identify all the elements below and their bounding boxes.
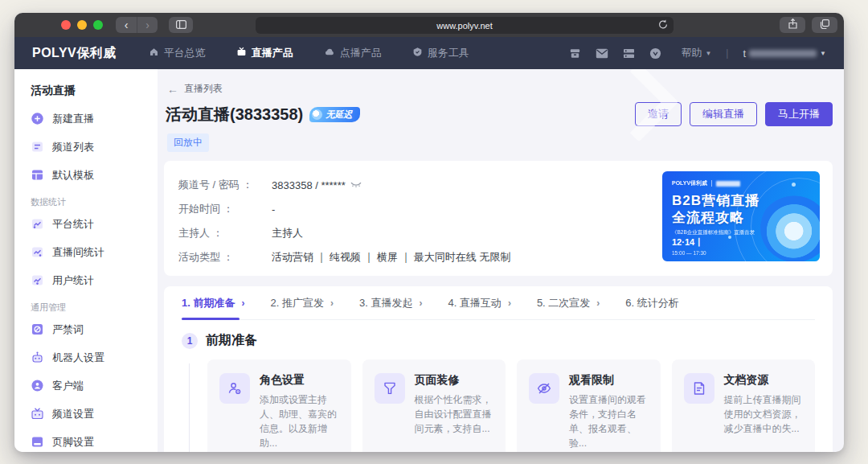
- share-button[interactable]: [780, 17, 805, 33]
- sidebar-item-robot-settings[interactable]: 机器人设置: [31, 343, 158, 372]
- sidebar-item-banned-words[interactable]: 严禁词: [31, 315, 158, 343]
- client-icon: [31, 379, 44, 392]
- banned-words-icon: [31, 322, 44, 336]
- no-delay-badge: 无延迟: [309, 107, 360, 122]
- nav-live-products[interactable]: 直播产品: [236, 46, 293, 60]
- sidebar: 活动直播 新建直播 频道列表 默认模板 数据统计 平台统计 直播间统计: [14, 69, 158, 452]
- promo-banner[interactable]: POLYV保利威 B2B营销直播 全流程攻略 《B2B企业直播标准指南》直播首发…: [662, 171, 820, 261]
- step-tab-interaction[interactable]: 4. 直播互动›: [448, 286, 510, 319]
- banner-logo-divider: [711, 180, 712, 187]
- chevron-right-icon: ›: [596, 298, 600, 309]
- close-window-button[interactable]: [61, 20, 71, 30]
- step-tab-promotion[interactable]: 2. 推广宣发›: [270, 286, 333, 319]
- footer-settings-icon: [31, 435, 44, 449]
- tab-overview-button[interactable]: [812, 17, 837, 33]
- polyv-logo[interactable]: POLYV保利威: [32, 45, 117, 62]
- sidebar-item-channel-list[interactable]: 频道列表: [31, 133, 158, 161]
- sidebar-item-channel-settings[interactable]: 频道设置: [31, 400, 158, 428]
- card-document-resource[interactable]: 文档资源 提前上传直播期间使用的文档资源，减少直播中的失...: [672, 359, 816, 452]
- back-arrow-icon[interactable]: ←: [167, 83, 178, 96]
- nav-platform-overview[interactable]: 平台总览: [149, 46, 206, 60]
- help-menu[interactable]: 帮助 ▼: [681, 46, 711, 60]
- browser-sidebar-toggle-button[interactable]: [169, 17, 193, 33]
- account-menu[interactable]: t ▼: [743, 47, 826, 60]
- console-list-icon[interactable]: [623, 48, 635, 59]
- channel-info-card: 频道号 / 密码 ： 3833358 / ****** 开始时间 ： - 主持人…: [164, 161, 833, 276]
- room-stats-icon: [31, 245, 44, 259]
- edit-live-button[interactable]: 编辑直播: [690, 102, 757, 126]
- show-password-eye-icon[interactable]: [350, 182, 362, 188]
- workflow-card: 1. 前期准备› 2. 推广宣发› 3. 直播发起› 4. 直播互动› 5. 二…: [164, 286, 833, 452]
- banner-partner-logo: [716, 181, 740, 187]
- start-time-value: -: [272, 203, 275, 216]
- nav-service-tools[interactable]: 服务工具: [412, 46, 469, 60]
- activity-type-label: 活动类型 ：: [178, 250, 272, 265]
- card-page-decoration[interactable]: 页面装修 根据个性化需求，自由设计配置直播间元素，支持自...: [362, 359, 506, 452]
- chevron-right-icon: ›: [241, 298, 244, 309]
- step-tab-preparation[interactable]: 1. 前期准备›: [182, 286, 244, 319]
- card-watch-restriction[interactable]: 观看限制 设置直播间的观看条件，支持白名单、报名观看、验...: [517, 359, 661, 452]
- url-text: www.polyv.net: [436, 21, 493, 31]
- divider: |: [726, 47, 728, 59]
- address-bar[interactable]: www.polyv.net: [256, 17, 674, 34]
- section-title: 前期准备: [206, 332, 257, 349]
- chevron-down-icon: ▼: [705, 50, 711, 57]
- channel-settings-icon: [31, 407, 44, 421]
- workflow-steps: 1. 前期准备› 2. 推广宣发› 3. 直播发起› 4. 直播互动› 5. 二…: [182, 286, 815, 320]
- sidebar-item-footer-settings[interactable]: 页脚设置: [31, 428, 158, 452]
- start-time-label: 开始时间 ：: [178, 202, 272, 216]
- default-template-icon: [31, 168, 44, 182]
- nav-vod-products[interactable]: 点播产品: [324, 46, 382, 60]
- step-tab-analysis[interactable]: 6. 统计分析: [625, 286, 678, 319]
- sidebar-item-platform-stats[interactable]: 平台统计: [31, 210, 158, 238]
- resource-box-icon[interactable]: [569, 47, 581, 60]
- fullscreen-window-button[interactable]: [93, 20, 103, 30]
- watch-restriction-icon: [529, 373, 559, 404]
- start-live-button[interactable]: 马上开播: [765, 102, 833, 126]
- tabs-icon: [820, 19, 829, 31]
- share-icon: [788, 18, 797, 31]
- browser-forward-button[interactable]: ›: [137, 17, 158, 33]
- section-number-badge: 1: [182, 333, 198, 349]
- mail-icon[interactable]: [596, 48, 608, 59]
- step-tab-re-promotion[interactable]: 5. 二次宣发›: [537, 286, 600, 319]
- host-label: 主持人 ：: [178, 226, 272, 240]
- user-stats-icon: [31, 273, 44, 287]
- sidebar-title: 活动直播: [31, 84, 158, 98]
- step-tab-launch[interactable]: 3. 直播发起›: [359, 286, 422, 319]
- sidebar-panel-icon: [176, 19, 186, 31]
- window-controls: [61, 20, 103, 30]
- banner-time: 15:00 — 17:30: [672, 250, 706, 256]
- live-tv-icon: [236, 47, 247, 60]
- chevron-right-icon: ›: [419, 298, 422, 309]
- channel-list-icon: [31, 140, 44, 154]
- home-icon: [149, 47, 159, 60]
- invite-button[interactable]: 邀请: [635, 102, 682, 126]
- breadcrumb: ← 直播列表: [167, 82, 833, 96]
- sidebar-group-stats: 数据统计: [31, 196, 158, 208]
- sidebar-item-new-live[interactable]: 新建直播: [31, 105, 158, 133]
- browser-back-button[interactable]: ‹: [116, 17, 137, 33]
- activity-type-value: 活动营销 ｜ 纯视频 ｜ 横屏 ｜ 最大同时在线 无限制: [272, 250, 510, 265]
- service-tools-icon: [412, 47, 423, 60]
- security-badge-icon[interactable]: [649, 47, 661, 60]
- reload-icon[interactable]: [658, 19, 668, 31]
- sidebar-group-manage: 通用管理: [31, 302, 158, 314]
- platform-stats-icon: [31, 217, 44, 231]
- breadcrumb-live-list[interactable]: 直播列表: [184, 82, 223, 96]
- blurred-username: [749, 50, 817, 57]
- chevron-right-icon: ›: [508, 298, 511, 309]
- sidebar-item-room-stats[interactable]: 直播间统计: [31, 238, 158, 266]
- page-decoration-icon: [375, 373, 405, 404]
- vod-cloud-icon: [324, 47, 335, 60]
- no-delay-icon: [312, 109, 322, 120]
- document-resource-icon: [684, 373, 714, 404]
- sidebar-item-user-stats[interactable]: 用户统计: [31, 266, 158, 294]
- main-content: ← 直播列表 活动直播(3833358) 无延迟 邀请 编辑直播 马上开播 回放…: [158, 69, 844, 452]
- card-role-settings[interactable]: 角色设置 添加或设置主持人、助理、嘉宾的信息。以及新增助...: [207, 359, 351, 452]
- banner-date: 12·14丨: [672, 236, 703, 248]
- minimize-window-button[interactable]: [77, 20, 87, 30]
- banner-polyv-logo: POLYV保利威: [672, 179, 707, 187]
- sidebar-item-default-template[interactable]: 默认模板: [31, 161, 158, 189]
- sidebar-item-client[interactable]: 客户端: [31, 372, 158, 400]
